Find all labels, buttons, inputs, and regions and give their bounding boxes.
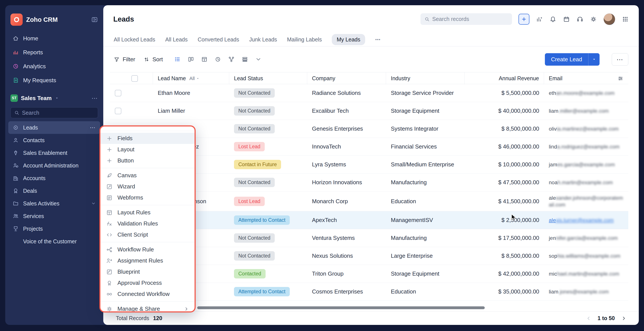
more-views-chevron-icon[interactable] (255, 56, 262, 63)
kanban-view-icon[interactable] (188, 56, 194, 63)
calendar-icon[interactable] (563, 16, 570, 23)
s idebar-module-item[interactable]: Services (8, 210, 100, 222)
email-text[interactable]: alexander.johnson@corporatemail.com (549, 194, 624, 208)
notifications-bell-icon[interactable] (550, 16, 556, 23)
s idebar-module-item[interactable]: Voice of the Customer (8, 235, 100, 248)
menu-item-label: Assignment Rules (118, 257, 163, 264)
column-header-annual-revenue[interactable]: Annual Revenue (464, 72, 544, 84)
email-text[interactable]: michael.martin@example.com (549, 270, 619, 277)
row-checkbox[interactable] (115, 90, 121, 96)
email-text[interactable]: sophia.williams@example.com (549, 252, 620, 259)
industry-cell: Storage Equipment (386, 104, 464, 117)
horizontal-scrollbar[interactable] (197, 306, 485, 309)
s idebar-module-item[interactable]: Sales Activities (8, 197, 100, 210)
row-checkbox[interactable] (115, 108, 121, 114)
team-more-icon[interactable]: ⋯ (92, 95, 98, 102)
lead-name-filter-dropdown[interactable]: All (189, 76, 199, 81)
email-text[interactable]: liam.jones@example.com (549, 288, 609, 295)
email-text[interactable]: james.garcia@example.com (549, 161, 615, 168)
menu-item[interactable]: Wizard (100, 181, 194, 192)
s idebar-module-item[interactable]: Sales Enablement (8, 147, 100, 159)
sort-button[interactable]: Sort (144, 56, 163, 63)
email-text[interactable]: noah.martin@example.com (549, 179, 613, 186)
view-tabs: All Locked Leads All Leads Converted Lea… (103, 33, 639, 47)
email-text[interactable]: olivia.martinez@example.com (549, 125, 618, 132)
support-headset-icon[interactable] (576, 16, 584, 23)
team-selector[interactable]: ST Sales Team ⋯ (10, 92, 98, 104)
menu-item[interactable]: Manage & Share (100, 303, 194, 312)
view-tab[interactable]: All Leads (165, 37, 188, 43)
menu-item[interactable]: Workflow Rule (100, 244, 194, 255)
menu-item[interactable]: Webforms (100, 192, 194, 203)
s idebar-module-item[interactable]: Leads ⋯ (8, 121, 100, 134)
module-more-icon[interactable]: ⋯ (90, 124, 96, 131)
sidebar-nav-item[interactable]: Home (8, 32, 100, 45)
collapse-sidebar-icon[interactable] (91, 16, 98, 23)
email-text[interactable]: ethan.moore@example.com (549, 90, 614, 96)
sidebar-search[interactable] (10, 107, 98, 118)
zia-insights-icon[interactable] (536, 16, 543, 23)
view-tab[interactable]: My Leads (332, 34, 365, 45)
quick-create-button[interactable] (518, 14, 530, 25)
menu-item-label: Workflow Rule (118, 246, 154, 253)
split-view-icon[interactable] (242, 56, 248, 63)
s idebar-module-item[interactable]: Account Administration (8, 159, 100, 172)
view-tab[interactable]: ⋯ (375, 37, 381, 43)
menu-item[interactable]: Layout (100, 144, 194, 155)
column-settings-icon[interactable] (618, 76, 624, 82)
s idebar-module-item[interactable]: Projects (8, 222, 100, 235)
column-header-company[interactable]: Company (307, 72, 386, 84)
column-header-industry[interactable]: Industry (386, 72, 464, 84)
view-tab[interactable]: Mailing Labels (287, 37, 322, 43)
table-row[interactable]: Ethan Moore Not Contacted Radiance Solut… (110, 84, 628, 102)
view-tab[interactable]: Converted Leads (198, 37, 239, 43)
hierarchy-view-icon[interactable] (228, 56, 235, 63)
email-text[interactable]: alexis.turner@example.com (549, 217, 614, 223)
global-search-input[interactable] (432, 16, 508, 22)
view-tab[interactable]: Junk Leads (249, 37, 277, 43)
next-page-icon[interactable] (621, 315, 626, 321)
settings-gear-icon[interactable] (590, 16, 597, 23)
s idebar-module-item[interactable]: Accounts (8, 172, 100, 184)
sidebar-module-label: Deals (23, 188, 37, 194)
sidebar-search-input[interactable] (22, 110, 94, 116)
email-text[interactable]: linda.rodriguez@example.com (549, 143, 620, 150)
menu-item[interactable]: Blueprint (100, 266, 194, 277)
menu-item[interactable]: Fields (100, 133, 194, 144)
table-row[interactable]: Liam Miller Not Contacted Excalibur Tech… (110, 102, 628, 120)
column-header-lead-name[interactable]: Lead Name All (153, 72, 229, 84)
global-search[interactable] (420, 13, 512, 25)
toolbar-more-button[interactable]: ⋯ (612, 53, 628, 66)
menu-item[interactable]: Approval Process (100, 277, 194, 288)
menu-item[interactable]: Button (100, 155, 194, 166)
timeline-view-icon[interactable] (214, 56, 221, 63)
menu-item[interactable]: Connected Workflow (100, 288, 194, 299)
sidebar-nav-item[interactable]: Analytics (8, 59, 100, 73)
menu-item[interactable]: Validation Rules (100, 218, 194, 229)
list-view-icon[interactable] (174, 56, 180, 63)
menu-item[interactable]: Layout Rules (100, 207, 194, 218)
s idebar-module-item[interactable]: Deals (8, 184, 100, 197)
column-header-email[interactable]: Email (544, 72, 628, 84)
s idebar-module-item[interactable]: Contacts (8, 134, 100, 147)
menu-item-label: Approval Process (118, 279, 162, 286)
prev-page-icon[interactable] (586, 315, 592, 321)
chevron-down-icon[interactable] (91, 201, 96, 206)
view-tab[interactable]: All Locked Leads (114, 37, 155, 43)
table-view-icon[interactable] (201, 56, 208, 63)
email-text[interactable]: liam.miller@example.com (549, 108, 609, 114)
sidebar-nav-label: Home (23, 35, 38, 42)
email-text[interactable]: jennifer.garcia@example.com (549, 235, 618, 241)
select-all-checkbox[interactable] (131, 75, 138, 82)
create-lead-dropdown[interactable] (588, 53, 600, 66)
sidebar-nav-item[interactable]: My Requests (8, 73, 100, 87)
column-header-lead-status[interactable]: Lead Status (229, 72, 307, 84)
menu-item[interactable]: Assignment Rules (100, 255, 194, 266)
user-avatar[interactable] (604, 13, 615, 25)
sidebar-nav-item[interactable]: Reports (8, 45, 100, 59)
filter-button[interactable]: Filter (114, 56, 135, 63)
menu-item[interactable]: Client Script (100, 229, 194, 240)
create-lead-button[interactable]: Create Lead (545, 53, 600, 66)
app-grid-icon[interactable] (622, 16, 629, 23)
menu-item[interactable]: Canvas (100, 170, 194, 181)
